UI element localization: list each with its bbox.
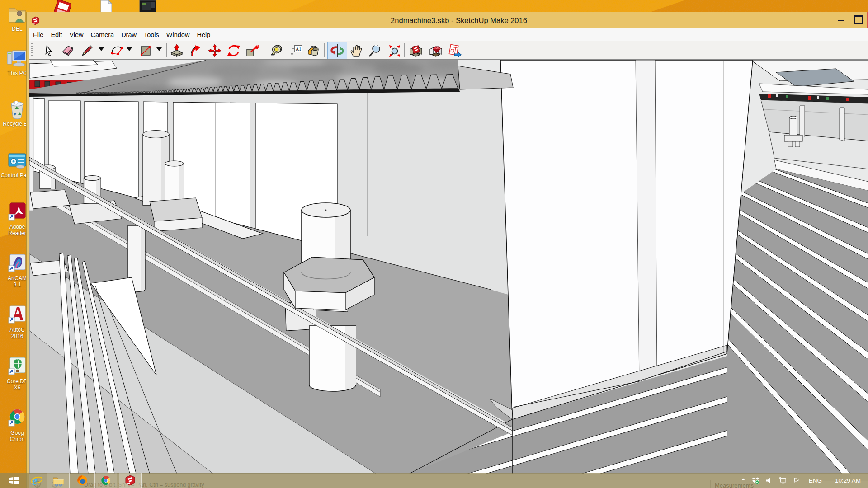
taskbar-internet-explorer[interactable]: e — [28, 473, 45, 488]
viewport-3d[interactable] — [29, 60, 868, 480]
taskbar-sketchup[interactable] — [119, 473, 142, 488]
tool-tape-measure[interactable] — [270, 43, 284, 58]
menu-tools[interactable]: Tools — [140, 29, 163, 40]
tool-text[interactable]: A1 — [289, 43, 304, 58]
this-pc-icon — [7, 48, 28, 69]
text-icon: A1 — [290, 44, 303, 57]
rectangle-icon — [139, 44, 153, 57]
tool-push-pull[interactable] — [170, 43, 184, 58]
model-scene — [29, 60, 868, 480]
menu-file[interactable]: File — [29, 29, 47, 40]
maximize-button[interactable] — [849, 12, 866, 28]
dropbox-tray-icon[interactable] — [752, 477, 760, 484]
taskbar-chrome[interactable] — [94, 473, 117, 488]
select-arrow-icon — [42, 44, 56, 57]
menu-view[interactable]: View — [66, 29, 87, 40]
get-models-icon — [409, 44, 423, 57]
language-indicator[interactable]: ENG — [809, 477, 822, 484]
user-folder-icon — [7, 4, 28, 24]
tape-measure-icon — [270, 44, 284, 57]
scale-icon — [245, 44, 259, 57]
minimize-button[interactable] — [833, 12, 849, 28]
move-icon — [208, 44, 222, 57]
tool-eraser[interactable]: pink — [61, 43, 75, 58]
push-pull-icon — [170, 44, 184, 57]
line-tool-dropdown[interactable] — [99, 47, 104, 51]
tool-orbit[interactable] — [327, 42, 347, 59]
paint-bucket-icon — [307, 44, 320, 57]
svg-text:e: e — [32, 474, 37, 487]
menu-camera[interactable]: Camera — [87, 29, 118, 40]
toolbar-separator — [404, 43, 405, 57]
sketchup-window: 2ndmachine3.skb - SketchUp Make 2016 Fil… — [26, 12, 868, 488]
tool-scale[interactable] — [245, 43, 259, 58]
arc-icon — [110, 44, 124, 57]
internet-explorer-icon: e — [31, 474, 43, 487]
tool-send-to-layout[interactable] — [448, 43, 462, 58]
tool-pan[interactable] — [349, 43, 364, 58]
artcam-icon — [7, 253, 28, 274]
windows-logo-icon — [9, 477, 19, 484]
taskbar: e — [0, 473, 868, 488]
menu-draw[interactable]: Draw — [118, 29, 140, 40]
system-tray: ENG 10:29 AM — [741, 473, 863, 488]
adobe-reader-icon — [7, 202, 28, 222]
autocad-icon — [7, 305, 28, 325]
tool-paint-bucket[interactable] — [306, 43, 321, 58]
svg-text:A1: A1 — [296, 47, 301, 52]
show-hidden-icons-button[interactable] — [741, 477, 746, 484]
chrome-icon — [7, 408, 28, 428]
network-tray-icon[interactable] — [779, 477, 787, 484]
chrome-icon — [99, 474, 113, 487]
toolbar-separator — [166, 43, 167, 57]
titlebar[interactable]: 2ndmachine3.skb - SketchUp Make 2016 — [27, 12, 868, 28]
control-panel-icon — [7, 150, 28, 171]
follow-me-icon — [189, 44, 203, 57]
start-button[interactable] — [4, 473, 24, 488]
tool-rectangle[interactable] — [139, 43, 153, 58]
menubar: File Edit View Camera Draw Tools Window … — [29, 28, 868, 41]
toolbar-separator — [57, 43, 57, 57]
firefox-icon — [76, 474, 89, 487]
tool-follow-me[interactable] — [189, 43, 203, 58]
zoom-icon — [368, 44, 382, 57]
tool-extension-warehouse[interactable] — [429, 43, 443, 58]
extension-warehouse-icon — [429, 44, 443, 57]
orbit-icon — [330, 43, 344, 58]
rotate-icon — [227, 44, 241, 57]
tool-zoom[interactable] — [368, 43, 382, 58]
pencil-icon — [80, 44, 94, 57]
action-center-flag-icon[interactable] — [793, 477, 800, 484]
coreldraw-icon — [7, 356, 28, 377]
tool-rotate[interactable] — [226, 43, 241, 58]
sketchup-icon — [125, 474, 136, 486]
menu-window[interactable]: Window — [163, 29, 193, 40]
recycle-bin-icon — [7, 99, 28, 119]
toolbar-separator — [324, 43, 325, 57]
arc-tool-dropdown[interactable] — [127, 47, 132, 51]
tool-move[interactable] — [208, 43, 222, 58]
tool-line[interactable] — [80, 43, 94, 58]
tool-zoom-extents[interactable] — [387, 43, 402, 58]
tool-get-models[interactable] — [409, 43, 423, 58]
zoom-extents-icon — [388, 44, 401, 57]
menu-help[interactable]: Help — [193, 29, 214, 40]
window-title: 2ndmachine3.skb - SketchUp Make 2016 — [27, 12, 868, 28]
eraser-icon: pink — [61, 44, 75, 57]
toolbar-grip[interactable] — [31, 43, 33, 57]
taskbar-file-explorer[interactable] — [47, 473, 70, 488]
send-to-layout-icon — [448, 44, 462, 57]
file-explorer-icon — [52, 474, 65, 487]
volume-tray-icon[interactable] — [765, 477, 773, 484]
taskbar-firefox[interactable] — [73, 473, 91, 488]
toolbar-separator — [265, 43, 265, 57]
rectangle-tool-dropdown[interactable] — [156, 47, 162, 51]
menu-edit[interactable]: Edit — [47, 29, 66, 40]
tool-arc[interactable] — [110, 43, 124, 58]
taskbar-clock[interactable]: 10:29 AM — [835, 477, 861, 484]
tool-select[interactable] — [42, 43, 56, 58]
pan-hand-icon — [350, 44, 363, 57]
toolbar: pink — [29, 41, 868, 60]
